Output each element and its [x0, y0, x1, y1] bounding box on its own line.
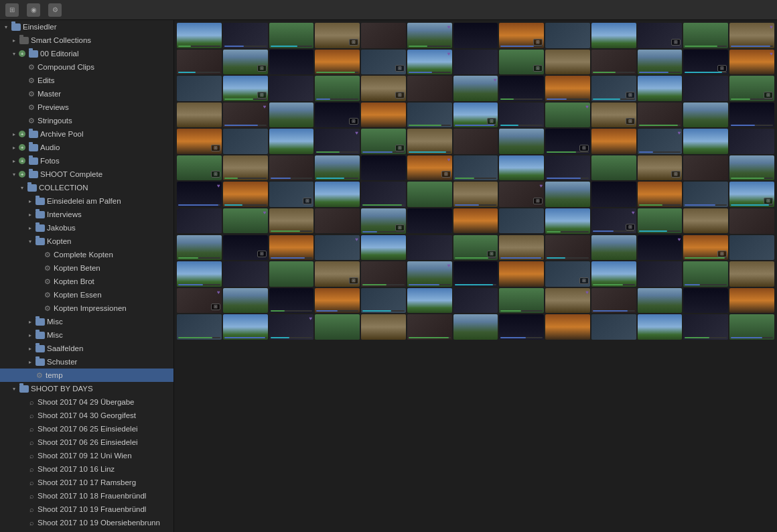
thumbnail-cell[interactable]	[177, 50, 222, 75]
thumbnail-cell[interactable]: ♥	[407, 23, 452, 48]
thumbnail-cell[interactable]	[177, 23, 222, 48]
thumbnail-cell[interactable]	[453, 155, 498, 181]
thumbnail-cell[interactable]: ♥	[545, 103, 590, 128]
thumbnail-cell[interactable]	[453, 129, 498, 154]
thumbnail-cell[interactable]	[223, 235, 268, 261]
thumbnail-cell[interactable]	[729, 235, 774, 261]
thumbnail-cell[interactable]: ♥	[177, 182, 222, 207]
thumbnail-cell[interactable]	[453, 261, 498, 287]
thumbnail-cell[interactable]	[177, 261, 222, 287]
thumbnail-cell[interactable]	[407, 314, 452, 340]
thumbnail-cell[interactable]	[729, 261, 774, 287]
thumbnail-cell[interactable]	[315, 288, 360, 314]
thumbnail-cell[interactable]	[729, 129, 774, 154]
film-reel-icon[interactable]: ◉	[27, 3, 40, 17]
thumbnail-cell[interactable]	[591, 182, 636, 207]
sidebar-item-shoot-20171016[interactable]: Shoot 2017 10 16 Linz	[0, 462, 173, 476]
thumbnail-cell[interactable]	[638, 208, 683, 234]
thumbnail-cell[interactable]	[729, 314, 774, 340]
thumbnail-cell[interactable]: ♥	[223, 208, 268, 234]
thumbnail-cell[interactable]	[683, 182, 728, 207]
thumbnail-cell[interactable]	[361, 314, 406, 340]
thumbnail-cell[interactable]	[453, 208, 498, 234]
sidebar-item-archive-pool[interactable]: Archive Pool	[0, 127, 173, 141]
thumbnail-cell[interactable]	[407, 103, 452, 128]
thumbnail-cell[interactable]	[361, 50, 406, 75]
thumbnail-cell[interactable]	[315, 314, 360, 340]
thumbnail-cell[interactable]	[361, 129, 406, 154]
grid-icon[interactable]: ⊞	[5, 3, 19, 17]
thumbnail-cell[interactable]	[315, 50, 360, 75]
thumbnail-cell[interactable]	[361, 288, 406, 314]
sidebar-item-shoot-20170912[interactable]: Shoot 2017 09 12 Uni Wien	[0, 449, 173, 462]
thumbnail-cell[interactable]	[223, 182, 268, 207]
thumbnail-cell[interactable]	[499, 235, 544, 261]
sidebar-item-fotos[interactable]: Fotos	[0, 154, 173, 168]
thumbnail-cell[interactable]	[545, 208, 590, 234]
thumbnail-cell[interactable]	[591, 288, 636, 314]
sidebar-item-shoot-201710[interactable]: Shoot 2017 10	[0, 529, 173, 532]
thumbnail-cell[interactable]	[683, 208, 728, 234]
thumbnail-cell[interactable]: ♥	[269, 314, 314, 340]
sidebar-item-shoot-20171017[interactable]: Shoot 2017 10 17 Ramsberg	[0, 476, 173, 489]
thumbnail-cell[interactable]	[499, 288, 544, 314]
thumbnail-cell[interactable]	[361, 23, 406, 48]
sidebar-item-einsiedelei[interactable]: Einsiedelei am Palfen	[0, 194, 173, 208]
thumbnail-cell[interactable]	[499, 76, 544, 101]
thumbnail-cell[interactable]	[591, 23, 636, 48]
sidebar-item-shoot-20171018[interactable]: Shoot 2017 10 18 Frauenbründl	[0, 489, 173, 503]
thumbnail-cell[interactable]	[729, 76, 774, 101]
sidebar-item-kopten[interactable]: Kopten	[0, 235, 173, 248]
thumbnail-cell[interactable]	[269, 182, 314, 207]
thumbnail-cell[interactable]	[361, 261, 406, 287]
sidebar-item-edits[interactable]: Edits	[0, 74, 173, 87]
thumbnail-cell[interactable]	[453, 288, 498, 314]
sidebar-item-00-editorial[interactable]: 00 Editorial	[0, 47, 173, 60]
thumbnail-cell[interactable]	[591, 129, 636, 154]
thumbnail-cell[interactable]	[315, 208, 360, 234]
thumbnail-cell[interactable]	[269, 50, 314, 75]
thumbnail-cell[interactable]	[591, 155, 636, 181]
thumbnail-cell[interactable]	[177, 208, 222, 234]
thumbnail-cell[interactable]	[683, 155, 728, 181]
thumbnail-cell[interactable]: ♥	[729, 23, 774, 48]
thumbnail-cell[interactable]	[177, 129, 222, 154]
thumbnail-cell[interactable]	[729, 288, 774, 314]
sidebar-item-jakobus[interactable]: Jakobus	[0, 221, 173, 235]
thumbnail-cell[interactable]	[223, 23, 268, 48]
thumbnail-cell[interactable]	[545, 50, 590, 75]
thumbnail-cell[interactable]	[177, 235, 222, 261]
thumbnail-cell[interactable]	[315, 76, 360, 101]
sidebar-item-previews[interactable]: Previews	[0, 101, 173, 114]
thumbnail-cell[interactable]	[683, 129, 728, 154]
thumbnail-cell[interactable]	[683, 288, 728, 314]
sidebar-item-kopten-brot[interactable]: Kopten Brot	[0, 275, 173, 288]
thumbnail-cell[interactable]	[638, 103, 683, 128]
sidebar-item-schuster[interactable]: Schuster	[0, 355, 173, 369]
thumbnail-cell[interactable]	[638, 76, 683, 101]
sidebar-item-kopten-essen[interactable]: Kopten Essen	[0, 288, 173, 302]
sidebar-item-shoot-20170430[interactable]: Shoot 2017 04 30 Georgifest	[0, 409, 173, 422]
thumbnail-cell[interactable]	[638, 50, 683, 75]
thumbnail-cell[interactable]	[499, 129, 544, 154]
sidebar-item-einsiedler[interactable]: Einsiedler	[0, 20, 173, 34]
thumbnail-cell[interactable]: ♥	[177, 288, 222, 314]
thumbnail-cell[interactable]	[683, 103, 728, 128]
thumbnail-cell[interactable]	[315, 23, 360, 48]
thumbnail-cell[interactable]	[177, 155, 222, 181]
sidebar-item-kopten-impressionen[interactable]: Kopten Impressionen	[0, 302, 173, 315]
thumbnail-cell[interactable]	[683, 23, 728, 48]
thumbnail-cell[interactable]: ♥	[729, 50, 774, 75]
thumbnail-cell[interactable]	[361, 76, 406, 101]
sidebar-item-stringouts[interactable]: Stringouts	[0, 114, 173, 127]
thumbnail-cell[interactable]	[269, 103, 314, 128]
thumbnail-cell[interactable]	[545, 129, 590, 154]
sidebar-item-complete-kopten[interactable]: Complete Kopten	[0, 248, 173, 261]
sidebar-item-collection[interactable]: COLLECTION	[0, 181, 173, 194]
thumbnail-cell[interactable]	[545, 182, 590, 207]
thumbnail-cell[interactable]	[683, 50, 728, 75]
sidebar-item-shoot-20170625[interactable]: Shoot 2017 06 25 Einsiedelei	[0, 422, 173, 436]
sidebar-item-shoot-complete[interactable]: SHOOT Complete	[0, 168, 173, 181]
thumbnail-cell[interactable]: ♥	[453, 76, 498, 101]
thumbnail-cell[interactable]	[223, 76, 268, 101]
